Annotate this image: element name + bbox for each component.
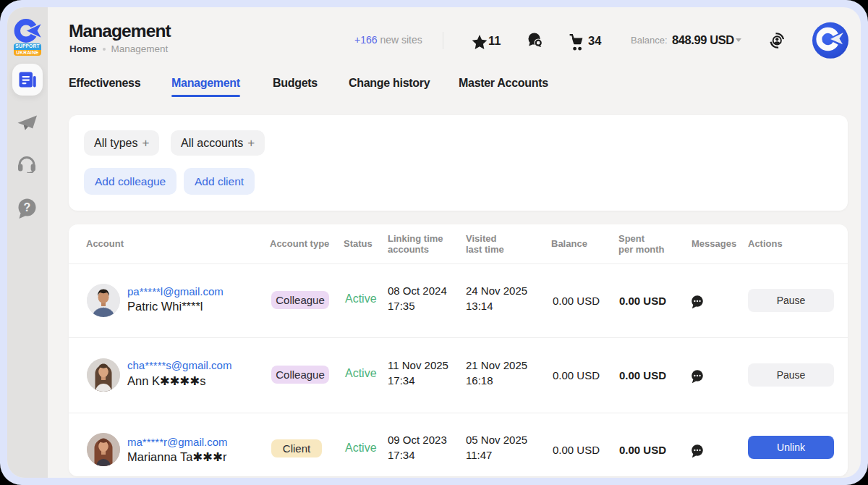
svg-text:?: ? [24, 201, 31, 214]
